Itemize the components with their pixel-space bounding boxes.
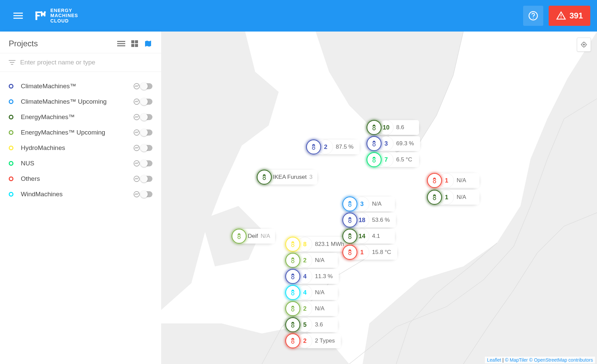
locate-icon [580, 41, 588, 48]
visibility-toggle[interactable] [141, 191, 152, 197]
marker-pin-icon [232, 229, 246, 244]
svg-point-32 [583, 44, 585, 45]
visibility-toggle[interactable] [141, 176, 152, 182]
map-marker[interactable]: 108.6 [367, 120, 419, 135]
marker-pin-icon [285, 253, 300, 268]
marker-label: DeifN/A [242, 229, 275, 244]
svg-rect-17 [131, 44, 134, 47]
visibility-toggle[interactable] [141, 145, 152, 151]
map-marker[interactable]: 287.5 % [306, 140, 360, 154]
attribution-osm[interactable]: © OpenStreetMap contributors [529, 357, 593, 363]
brand-line2: MACHINES [50, 13, 78, 18]
view-grid-button[interactable] [130, 39, 139, 48]
svg-rect-19 [9, 60, 15, 61]
view-list-button[interactable] [117, 39, 126, 48]
map-marker[interactable]: IKEA Furuset3 [257, 170, 317, 185]
project-label: HydroMachines [21, 144, 133, 152]
visibility-toggle[interactable] [141, 129, 152, 136]
marker-pin-icon [342, 213, 357, 227]
svg-point-46 [349, 220, 351, 223]
project-label: ClimateMachines™ Upcoming [21, 98, 133, 105]
project-item[interactable]: ClimateMachines™ [0, 79, 161, 94]
map-marker[interactable]: 369.3 % [367, 136, 420, 151]
svg-point-53 [291, 309, 294, 311]
marker-pin-icon [367, 120, 381, 135]
svg-rect-12 [117, 41, 125, 42]
svg-point-55 [291, 341, 294, 344]
map-marker[interactable]: 2N/A [285, 301, 338, 316]
project-item[interactable]: WindMachines [0, 187, 161, 202]
brand-line1: ENERGY [50, 8, 78, 13]
menu-button[interactable] [11, 9, 25, 22]
map-marker[interactable]: 4N/A [285, 285, 338, 300]
svg-rect-21 [11, 64, 13, 65]
project-item[interactable]: ClimateMachines™ Upcoming [0, 94, 161, 109]
project-item[interactable]: EnergyMachines™ [0, 109, 161, 125]
svg-point-41 [373, 144, 375, 146]
project-item[interactable]: NUS [0, 156, 161, 171]
map-marker[interactable]: 144.1 [342, 229, 395, 244]
marker-pin-icon [427, 173, 442, 188]
search-input[interactable] [20, 59, 152, 66]
marker-pin-icon [285, 237, 300, 252]
project-label: NUS [21, 160, 133, 167]
chart-icon [133, 129, 140, 136]
svg-point-11 [561, 17, 562, 18]
help-icon [528, 11, 538, 21]
svg-point-52 [291, 293, 294, 295]
view-map-button[interactable] [144, 39, 152, 48]
filter-icon [9, 59, 15, 66]
project-label: Others [21, 175, 133, 183]
project-label: EnergyMachines™ [21, 113, 133, 121]
alerts-button[interactable]: 391 [549, 6, 590, 26]
svg-rect-20 [10, 62, 14, 63]
svg-rect-15 [131, 40, 134, 43]
locate-button[interactable] [577, 38, 591, 52]
map-marker[interactable]: 2N/A [285, 253, 338, 268]
svg-rect-14 [117, 45, 125, 46]
map-attribution: Leaflet | © MapTiler © OpenStreetMap con… [485, 357, 595, 363]
marker-label: IKEA Furuset3 [267, 170, 317, 185]
map-marker[interactable]: 53.6 [285, 317, 338, 332]
map-marker[interactable]: 1N/A [427, 190, 479, 205]
list-icon [117, 40, 125, 48]
visibility-toggle[interactable] [141, 99, 152, 105]
map-marker[interactable]: 3N/A [342, 197, 395, 211]
project-color-dot [9, 192, 13, 197]
project-item[interactable]: EnergyMachines™ Upcoming [0, 125, 161, 140]
project-color-dot [9, 161, 13, 166]
project-item[interactable]: HydroMachines [0, 140, 161, 156]
help-button[interactable] [523, 6, 543, 26]
marker-pin-icon [285, 285, 300, 300]
logo-icon [34, 10, 46, 22]
brand-text: ENERGY MACHINES CLOUD [50, 8, 78, 23]
chart-icon [133, 98, 140, 105]
brand-logo[interactable]: ENERGY MACHINES CLOUD [34, 8, 78, 23]
svg-point-42 [373, 160, 375, 162]
map-marker[interactable]: 1853.6 % [342, 213, 396, 227]
sidebar-title: Projects [9, 39, 38, 48]
alert-triangle-icon [556, 11, 566, 21]
marker-pin-icon [342, 197, 357, 211]
svg-point-39 [312, 147, 315, 150]
svg-point-37 [263, 177, 266, 180]
map-marker[interactable]: DeifN/A [232, 229, 275, 244]
attribution-leaflet[interactable]: Leaflet [487, 357, 501, 363]
project-color-dot [9, 130, 13, 135]
marker-pin-icon [285, 269, 300, 284]
visibility-toggle[interactable] [141, 114, 152, 120]
map-marker[interactable]: 76.5 °C [367, 152, 419, 167]
attribution-maptiler[interactable]: © MapTiler [505, 357, 528, 363]
project-item[interactable]: Others [0, 171, 161, 187]
map-marker[interactable]: 1N/A [427, 173, 479, 188]
map-marker[interactable]: 22 Types [285, 333, 341, 348]
visibility-toggle[interactable] [141, 160, 152, 166]
map-marker[interactable]: 411.3 % [285, 269, 339, 284]
visibility-toggle[interactable] [141, 83, 152, 89]
svg-point-54 [291, 325, 294, 327]
map-marker[interactable]: 115.8 °C [342, 245, 397, 260]
map-canvas[interactable]: IKEA Furuset3DeifN/A287.5 %108.6369.3 %7… [161, 32, 597, 364]
project-color-dot [9, 176, 13, 181]
map-marker[interactable]: 8823.1 MWh [285, 237, 351, 252]
project-label: ClimateMachines™ [21, 83, 133, 90]
